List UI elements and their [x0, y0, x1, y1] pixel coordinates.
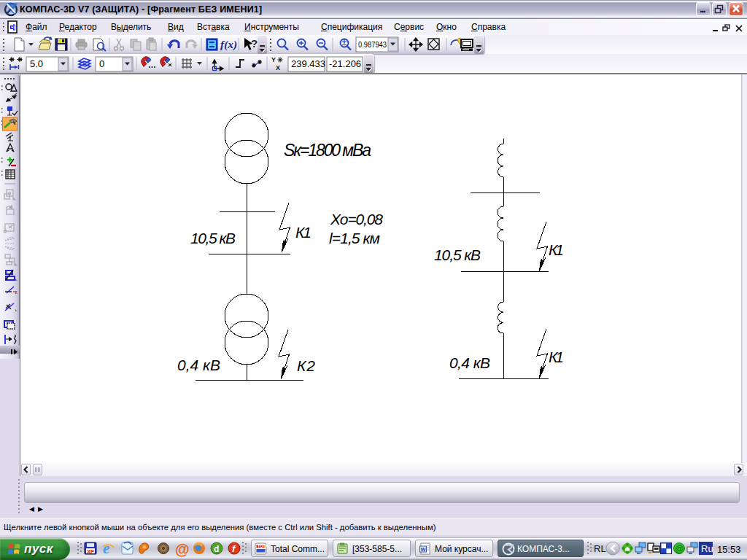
svg-text:10,5 кВ: 10,5 кВ — [190, 230, 236, 246]
svg-text:RL: RL — [594, 543, 606, 554]
svg-text:-21.206: -21.206 — [329, 58, 361, 69]
svg-text:?: ? — [251, 37, 258, 50]
svg-text:X: X — [276, 64, 280, 71]
svg-text:К2: К2 — [297, 357, 315, 374]
svg-text:10,5 кВ: 10,5 кВ — [434, 246, 481, 263]
svg-text:Xо=0,08: Xо=0,08 — [330, 211, 383, 228]
svg-text:0.987943: 0.987943 — [358, 40, 387, 49]
svg-text:Ru: Ru — [701, 543, 713, 554]
svg-text:@: @ — [676, 544, 684, 554]
svg-text:d: d — [214, 544, 219, 554]
svg-text:0: 0 — [99, 58, 104, 69]
svg-text:К1: К1 — [295, 224, 311, 241]
svg-text:Sк=1800 мВа: Sк=1800 мВа — [284, 141, 371, 160]
svg-text:0,4 кВ: 0,4 кВ — [449, 354, 490, 371]
svg-text:К1: К1 — [549, 349, 564, 365]
svg-text:XP: XP — [87, 548, 94, 555]
svg-text:TOTAL: TOTAL — [258, 544, 267, 548]
svg-text:W: W — [421, 546, 427, 553]
svg-text:Y: Y — [271, 56, 276, 63]
svg-text:0,4 кВ: 0,4 кВ — [177, 357, 220, 373]
svg-text:e: e — [103, 540, 109, 557]
svg-text:f(x): f(x) — [220, 38, 237, 51]
svg-text:5.0: 5.0 — [30, 58, 43, 69]
svg-text:239.433: 239.433 — [291, 58, 325, 69]
svg-text:К1: К1 — [549, 241, 564, 258]
svg-text:l=1,5 км: l=1,5 км — [329, 230, 380, 246]
svg-text:@: @ — [175, 541, 190, 557]
